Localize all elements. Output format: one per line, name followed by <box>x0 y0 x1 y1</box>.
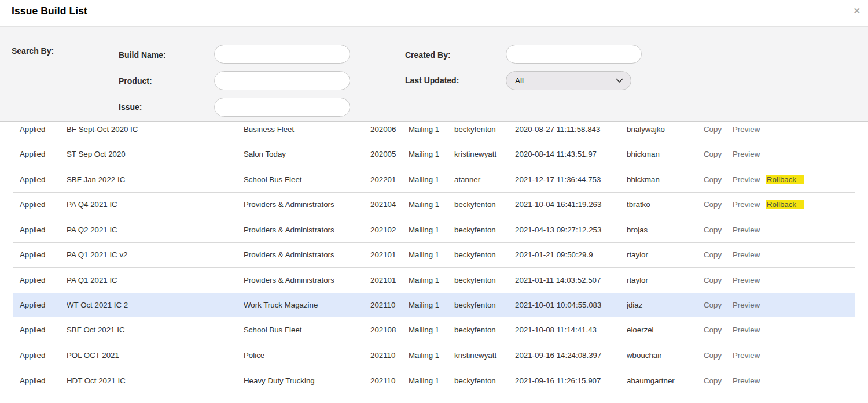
preview-link[interactable]: Preview <box>733 376 760 385</box>
last-updated-cell: 2021-01-21 09:50:29.9 <box>515 250 627 259</box>
rollback-link[interactable]: Rollback <box>766 200 804 209</box>
product-cell: Police <box>244 351 370 360</box>
updated-by-cell: rtaylor <box>627 276 704 284</box>
status-cell: Applied <box>13 225 67 234</box>
build-name-cell: PA Q1 2021 IC <box>67 276 244 284</box>
rollback-link[interactable]: Rollback <box>766 175 804 184</box>
last-updated-label: Last Updated: <box>405 76 459 85</box>
preview-link[interactable]: Preview <box>733 175 760 184</box>
table-row[interactable]: Applied POL OCT 2021 Police 202110 Maili… <box>13 343 855 368</box>
created-by-input[interactable] <box>506 45 642 64</box>
updated-by-cell: brojas <box>627 225 704 234</box>
copy-link[interactable]: Copy <box>704 250 722 259</box>
created-by-cell: beckyfenton <box>454 225 515 234</box>
copy-link[interactable]: Copy <box>704 326 722 334</box>
last-updated-cell: 2021-10-01 10:04:55.083 <box>515 301 627 309</box>
status-cell: Applied <box>13 125 67 134</box>
created-by-cell: atanner <box>454 175 515 184</box>
table-row[interactable]: Applied PA Q1 2021 IC Providers & Admini… <box>13 267 855 293</box>
preview-link[interactable]: Preview <box>733 301 760 309</box>
issue-input[interactable] <box>214 98 350 117</box>
issue-build-list-modal: Issue Build List ✕ Search By: Build Name… <box>0 0 868 403</box>
build-name-input[interactable] <box>214 45 350 64</box>
table-row[interactable]: Applied HDT Oct 2021 IC Heavy Duty Truck… <box>13 368 855 393</box>
updated-by-cell: jdiaz <box>627 301 704 309</box>
preview-link[interactable]: Preview <box>733 351 760 360</box>
build-name-label: Build Name: <box>119 50 166 60</box>
preview-link[interactable]: Preview <box>733 225 760 234</box>
table-row[interactable]: Applied ST Sep Oct 2020 Salon Today 2020… <box>13 142 855 167</box>
build-name-cell: PA Q2 2021 IC <box>67 225 244 234</box>
table-row[interactable]: Applied PA Q2 2021 IC Providers & Admini… <box>13 217 855 242</box>
table-row[interactable]: Applied PA Q1 2021 IC v2 Providers & Adm… <box>13 242 855 268</box>
status-cell: Applied <box>13 175 67 184</box>
created-by-cell: beckyfenton <box>454 376 515 385</box>
table-row[interactable]: Applied WT Oct 2021 IC 2 Work Truck Maga… <box>13 293 855 318</box>
build-name-cell: SBF Jan 2022 IC <box>67 175 244 184</box>
last-updated-cell: 2021-04-13 09:27:12.253 <box>515 225 627 234</box>
copy-link[interactable]: Copy <box>704 150 722 158</box>
mailing-cell: Mailing 1 <box>409 225 454 234</box>
created-by-cell: beckyfenton <box>454 276 515 284</box>
build-name-cell: PA Q4 2021 IC <box>67 200 244 209</box>
build-name-cell: HDT Oct 2021 IC <box>67 376 244 385</box>
status-cell: Applied <box>13 200 67 209</box>
created-by-cell: beckyfenton <box>454 200 515 209</box>
copy-link[interactable]: Copy <box>704 225 722 234</box>
issue-cell: 202104 <box>370 200 409 209</box>
preview-link[interactable]: Preview <box>733 250 760 259</box>
last-updated-cell: 2020-08-27 11:11:58.843 <box>515 125 627 134</box>
issue-cell: 202110 <box>370 351 409 360</box>
preview-link[interactable]: Preview <box>733 125 760 134</box>
build-name-cell: ST Sep Oct 2020 <box>67 150 244 158</box>
preview-link[interactable]: Preview <box>733 276 760 284</box>
last-updated-cell: 2021-01-11 14:03:52.507 <box>515 276 627 284</box>
created-by-cell: kristinewyatt <box>454 150 515 158</box>
mailing-cell: Mailing 1 <box>409 200 454 209</box>
preview-link[interactable]: Preview <box>733 150 760 158</box>
last-updated-cell: 2021-09-16 11:26:15.907 <box>515 376 627 385</box>
issue-cell: 202102 <box>370 225 409 234</box>
build-table-body: Applied BF Sept-Oct 2020 IC Business Fle… <box>0 123 868 393</box>
issue-cell: 202101 <box>370 276 409 284</box>
copy-link[interactable]: Copy <box>704 175 722 184</box>
updated-by-cell: bhickman <box>627 150 704 158</box>
issue-cell: 202006 <box>370 125 409 134</box>
copy-link[interactable]: Copy <box>704 351 722 360</box>
last-updated-cell: 2020-08-14 11:43:51.97 <box>515 150 627 158</box>
issue-cell: 202110 <box>370 376 409 385</box>
status-cell: Applied <box>13 276 67 284</box>
copy-link[interactable]: Copy <box>704 276 722 284</box>
copy-link[interactable]: Copy <box>704 301 722 309</box>
mailing-cell: Mailing 1 <box>409 376 454 385</box>
preview-link[interactable]: Preview <box>733 326 760 334</box>
updated-by-cell: bnalywajko <box>627 125 704 134</box>
table-row[interactable]: Applied BF Sept-Oct 2020 IC Business Fle… <box>13 123 855 142</box>
build-table: Applied BF Sept-Oct 2020 IC Business Fle… <box>0 123 868 403</box>
issue-cell: 202101 <box>370 250 409 259</box>
mailing-cell: Mailing 1 <box>409 250 454 259</box>
product-cell: Work Truck Magazine <box>244 301 370 309</box>
table-row[interactable]: Applied SBF Jan 2022 IC School Bus Fleet… <box>13 167 855 192</box>
build-name-cell: SBF Oct 2021 IC <box>67 326 244 334</box>
copy-link[interactable]: Copy <box>704 376 722 385</box>
build-name-cell: BF Sept-Oct 2020 IC <box>67 125 244 134</box>
copy-link[interactable]: Copy <box>704 200 722 209</box>
table-row[interactable]: Applied PA Q4 2021 IC Providers & Admini… <box>13 192 855 217</box>
last-updated-cell: 2021-10-04 16:41:19.263 <box>515 200 627 209</box>
close-icon[interactable]: ✕ <box>853 6 860 15</box>
status-cell: Applied <box>13 326 67 334</box>
issue-cell: 202110 <box>370 301 409 309</box>
preview-link[interactable]: Preview <box>733 200 760 209</box>
last-updated-cell: 2021-12-17 11:36:44.753 <box>515 175 627 184</box>
table-row[interactable]: Applied SBF Oct 2021 IC School Bus Fleet… <box>13 317 855 343</box>
product-input[interactable] <box>214 71 350 90</box>
search-panel: Search By: Build Name: Product: Issue: C… <box>0 27 868 122</box>
mailing-cell: Mailing 1 <box>409 276 454 284</box>
mailing-cell: Mailing 1 <box>409 326 454 334</box>
chevron-down-icon <box>616 78 623 83</box>
created-by-cell: beckyfenton <box>454 250 515 259</box>
product-cell: Providers & Administrators <box>244 200 370 209</box>
last-updated-select[interactable]: All <box>506 71 631 90</box>
copy-link[interactable]: Copy <box>704 125 722 134</box>
